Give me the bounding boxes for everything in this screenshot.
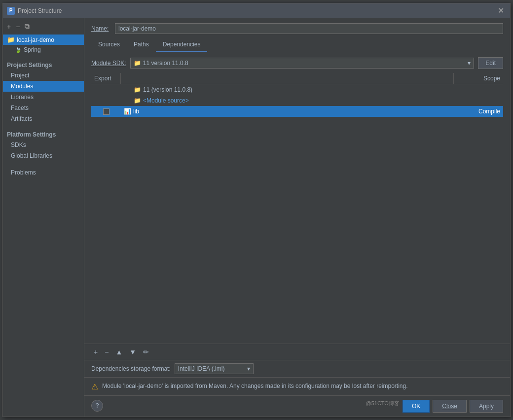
- row-name-modsrc: 📁 <Module source>: [121, 95, 454, 106]
- edit-button[interactable]: Edit: [478, 57, 503, 69]
- add-dep-button[interactable]: +: [91, 347, 100, 357]
- sidebar-item-global-libraries[interactable]: Global Libraries: [3, 150, 84, 161]
- storage-label: Dependencies storage format:: [91, 365, 171, 372]
- sdk-folder-icon: 📁: [134, 60, 141, 67]
- name-input[interactable]: [115, 23, 503, 34]
- lib-bar-icon: 📊: [124, 108, 131, 115]
- remove-button[interactable]: −: [14, 22, 22, 32]
- ok-button[interactable]: OK: [403, 400, 430, 413]
- warning-text: Module 'local-jar-demo' is imported from…: [102, 382, 408, 390]
- table-row-lib[interactable]: 📊 lib Compile: [91, 106, 503, 117]
- table-row: 📁 <Module source>: [91, 95, 503, 106]
- apply-button[interactable]: Apply: [470, 400, 503, 413]
- warning-row: ⚠ Module 'local-jar-demo' is imported fr…: [84, 377, 510, 395]
- lib-name: lib: [133, 108, 139, 115]
- copy-button[interactable]: ⧉: [23, 21, 32, 32]
- tab-dependencies[interactable]: Dependencies: [156, 38, 208, 52]
- modsrc-folder-icon: 📁: [134, 97, 141, 104]
- remove-dep-button[interactable]: −: [102, 347, 111, 357]
- platform-settings-header: Platform Settings: [3, 128, 84, 140]
- watermark: @51CTO博客: [366, 400, 400, 413]
- close-label: Close: [442, 403, 457, 410]
- dialog-title: Project Structure: [18, 7, 62, 14]
- warning-icon: ⚠: [91, 382, 98, 391]
- sdk-label: Module SDK:: [91, 60, 126, 67]
- folder-icon: 📁: [7, 36, 15, 43]
- sidebar-item-facets[interactable]: Facets: [3, 103, 84, 113]
- dependencies-table: Export Scope 📁 11 (version 11.0.8): [91, 73, 503, 344]
- tree-child-label: Spring: [24, 46, 41, 53]
- help-button[interactable]: ?: [91, 400, 103, 412]
- edit-dep-button[interactable]: ✏: [141, 347, 151, 357]
- right-panel: Name: Sources Paths Dependencies Module …: [84, 18, 510, 417]
- add-button[interactable]: +: [5, 22, 13, 32]
- row-name-lib: 📊 lib: [121, 106, 454, 117]
- jdk-name: 11 (version 11.0.8): [143, 86, 192, 93]
- row-name-jdk: 📁 11 (version 11.0.8): [121, 84, 454, 95]
- storage-value: IntelliJ IDEA (.iml): [178, 365, 225, 372]
- tree-child-spring[interactable]: 🍃 Spring: [3, 45, 84, 55]
- close-button[interactable]: Close: [433, 400, 467, 413]
- project-structure-dialog: P Project Structure ✕ + − ⧉ 📁 local-jar-…: [2, 3, 511, 417]
- chevron-down-icon: ▾: [468, 60, 471, 67]
- sidebar-item-sdks[interactable]: SDKs: [3, 140, 84, 150]
- sidebar-item-libraries[interactable]: Libraries: [3, 92, 84, 103]
- sidebar-item-problems[interactable]: Problems: [3, 167, 84, 178]
- app-icon: P: [7, 7, 15, 15]
- row-scope-modsrc: [454, 99, 503, 103]
- sdk-row: Module SDK: 📁 11 version 11.0.8 ▾ Edit: [84, 52, 510, 73]
- dialog-body: + − ⧉ 📁 local-jar-demo 🍃 Spring Project …: [3, 18, 510, 417]
- col-scope: Scope: [454, 73, 503, 84]
- move-down-button[interactable]: ▼: [127, 347, 139, 357]
- sidebar-item-modules[interactable]: Modules: [3, 81, 84, 92]
- col-name: [121, 73, 454, 84]
- sidebar-item-artifacts[interactable]: Artifacts: [3, 113, 84, 124]
- move-up-button[interactable]: ▲: [113, 347, 125, 357]
- storage-chevron-icon: ▾: [247, 365, 250, 372]
- sdk-value: 11 version 11.0.8: [143, 60, 188, 67]
- row-export-lib: [91, 106, 121, 117]
- tree-root[interactable]: 📁 local-jar-demo: [3, 35, 84, 45]
- row-scope-jdk: [454, 88, 503, 92]
- dialog-footer: ? @51CTO博客 OK Close Apply: [84, 395, 510, 417]
- bottom-toolbar: + − ▲ ▼ ✏: [84, 344, 510, 360]
- left-toolbar: + − ⧉: [3, 20, 84, 33]
- lib-checkbox[interactable]: [103, 108, 110, 115]
- modsrc-name: <Module source>: [143, 97, 189, 104]
- storage-select[interactable]: IntelliJ IDEA (.iml) ▾: [175, 363, 254, 374]
- row-scope-lib[interactable]: Compile: [454, 106, 503, 117]
- table-header: Export Scope: [91, 73, 503, 84]
- name-row: Name:: [84, 18, 510, 38]
- left-panel: + − ⧉ 📁 local-jar-demo 🍃 Spring Project …: [3, 18, 84, 417]
- title-bar: P Project Structure ✕: [3, 3, 510, 18]
- jdk-folder-icon: 📁: [134, 86, 141, 93]
- row-export-modsrc: [91, 99, 121, 103]
- name-label: Name:: [91, 25, 111, 32]
- tabs-row: Sources Paths Dependencies: [84, 38, 510, 52]
- tab-paths[interactable]: Paths: [127, 38, 156, 52]
- project-settings-header: Project Settings: [3, 59, 84, 70]
- sidebar-item-project[interactable]: Project: [3, 70, 84, 81]
- close-icon[interactable]: ✕: [496, 6, 506, 15]
- col-export: Export: [91, 73, 121, 84]
- storage-row: Dependencies storage format: IntelliJ ID…: [84, 360, 510, 377]
- tab-sources[interactable]: Sources: [91, 38, 127, 52]
- tree-root-label: local-jar-demo: [17, 36, 54, 43]
- sdk-select[interactable]: 📁 11 version 11.0.8 ▾: [130, 58, 475, 69]
- row-export-jdk: [91, 88, 121, 92]
- spring-icon: 🍃: [15, 47, 22, 53]
- table-row: 📁 11 (version 11.0.8): [91, 84, 503, 95]
